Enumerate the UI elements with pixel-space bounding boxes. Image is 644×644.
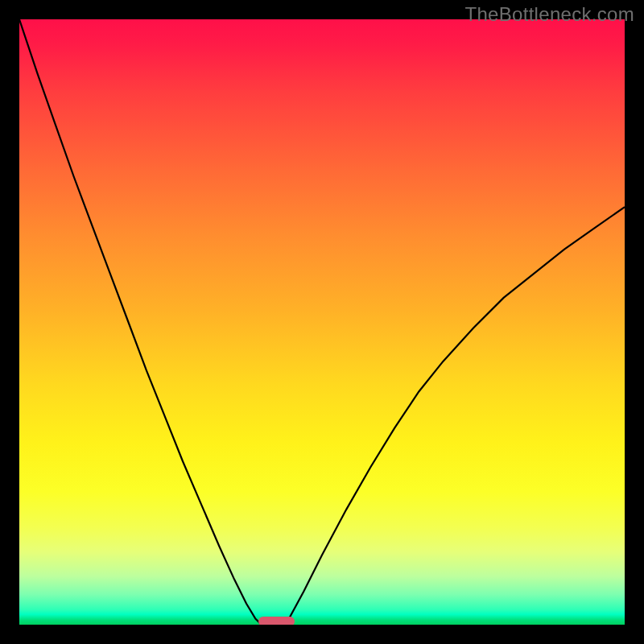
curve-left-branch <box>19 19 262 625</box>
plot-area <box>19 19 625 625</box>
watermark-text: TheBottleneck.com <box>464 3 634 26</box>
min-marker <box>258 617 295 625</box>
chart-frame: TheBottleneck.com <box>0 0 644 644</box>
curves-layer <box>19 19 625 625</box>
curve-right-branch <box>286 207 625 625</box>
